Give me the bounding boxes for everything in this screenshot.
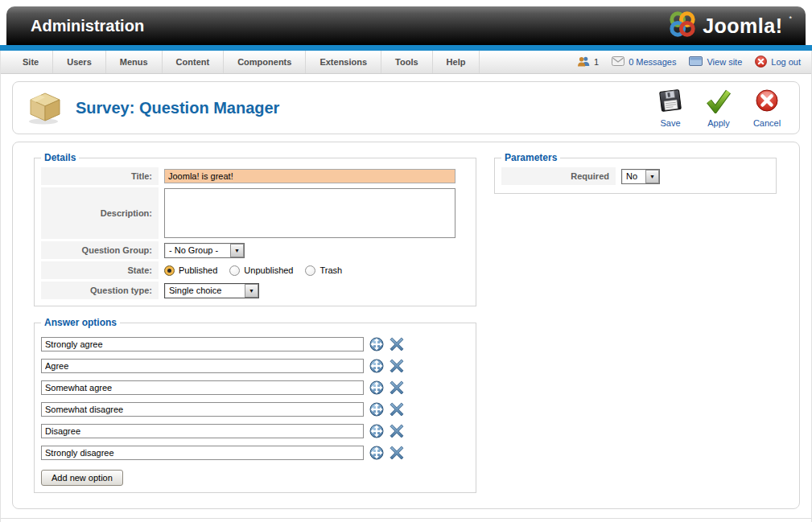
description-textarea[interactable] bbox=[164, 188, 455, 238]
question-type-label: Question type: bbox=[41, 282, 159, 299]
answer-row bbox=[41, 402, 469, 417]
log-out-label: Log out bbox=[771, 57, 801, 67]
apply-icon bbox=[706, 88, 732, 117]
menu-item-users[interactable]: Users bbox=[53, 51, 106, 73]
chevron-down-icon bbox=[645, 170, 659, 183]
menu-item-extensions[interactable]: Extensions bbox=[306, 51, 381, 73]
move-icon[interactable] bbox=[369, 424, 384, 438]
logout-icon bbox=[755, 55, 767, 69]
cancel-button[interactable]: Cancel bbox=[748, 88, 786, 128]
joomla-logo-trademark: * bbox=[789, 14, 792, 23]
menu-item-site[interactable]: Site bbox=[9, 51, 53, 73]
state-option-published[interactable]: Published bbox=[164, 265, 217, 276]
answer-option-input[interactable] bbox=[41, 402, 364, 417]
move-icon[interactable] bbox=[369, 402, 384, 417]
question-group-select[interactable]: - No Group - bbox=[164, 243, 245, 258]
radio-trash[interactable] bbox=[305, 265, 315, 276]
required-label: Required bbox=[501, 167, 616, 185]
answer-row bbox=[41, 359, 469, 373]
parameters-legend: Parameters bbox=[501, 152, 560, 163]
state-option-trash[interactable]: Trash bbox=[305, 265, 342, 276]
delete-icon[interactable] bbox=[390, 402, 404, 417]
view-site-link[interactable]: View site bbox=[689, 56, 742, 68]
question-group-value: - No Group - bbox=[165, 244, 230, 257]
menu-item-menus[interactable]: Menus bbox=[106, 51, 163, 73]
required-row: Required No bbox=[501, 167, 769, 185]
joomla-admin-app: Administration Joomla! * Site Users Menu… bbox=[0, 6, 812, 522]
menu-item-content[interactable]: Content bbox=[163, 51, 225, 73]
question-type-value: Single choice bbox=[165, 284, 245, 298]
cancel-label: Cancel bbox=[753, 118, 781, 128]
log-out-link[interactable]: Log out bbox=[755, 55, 801, 69]
description-row: Description: bbox=[41, 187, 469, 239]
title-label: Title: bbox=[41, 167, 159, 185]
menu-item-components[interactable]: Components bbox=[224, 51, 306, 73]
joomla-logo: Joomla! * bbox=[668, 10, 791, 42]
save-button[interactable]: Save bbox=[651, 88, 690, 128]
apply-button[interactable]: Apply bbox=[699, 88, 738, 128]
move-icon[interactable] bbox=[369, 380, 384, 395]
radio-published[interactable] bbox=[164, 265, 175, 276]
box-icon bbox=[26, 87, 64, 129]
answer-row bbox=[41, 446, 469, 460]
move-icon[interactable] bbox=[369, 337, 384, 351]
toolbar: Save Apply bbox=[651, 88, 789, 128]
save-icon bbox=[657, 88, 683, 117]
answer-option-input[interactable] bbox=[41, 359, 364, 373]
page-frame: Site Users Menus Content Components Exte… bbox=[0, 51, 812, 522]
menu-item-tools[interactable]: Tools bbox=[381, 51, 433, 73]
question-type-select[interactable]: Single choice bbox=[164, 283, 259, 298]
answer-row bbox=[41, 337, 469, 351]
radio-published-label: Published bbox=[179, 265, 217, 275]
radio-unpublished-label: Unpublished bbox=[244, 265, 293, 275]
apply-label: Apply bbox=[707, 118, 730, 128]
answer-row bbox=[41, 424, 469, 438]
window-icon bbox=[689, 56, 703, 68]
question-group-label: Question Group: bbox=[41, 241, 159, 259]
page-header-box: Survey: Question Manager bbox=[12, 81, 800, 134]
logged-in-count: 1 bbox=[594, 57, 599, 67]
menubar: Site Users Menus Content Components Exte… bbox=[1, 51, 811, 74]
title-row: Title: bbox=[41, 167, 469, 185]
users-icon bbox=[577, 55, 590, 68]
required-value: No bbox=[622, 170, 645, 183]
question-type-row: Question type: Single choice bbox=[41, 282, 469, 299]
title-input[interactable] bbox=[164, 169, 455, 183]
delete-icon[interactable] bbox=[390, 359, 404, 373]
answer-option-input[interactable] bbox=[41, 446, 364, 460]
answer-option-input[interactable] bbox=[41, 380, 364, 395]
messages-label: 0 Messages bbox=[629, 57, 676, 67]
mail-icon bbox=[612, 56, 624, 68]
add-new-option-button[interactable]: Add new option bbox=[41, 470, 123, 486]
state-option-unpublished[interactable]: Unpublished bbox=[229, 265, 293, 276]
app-title: Administration bbox=[31, 17, 144, 35]
answer-row bbox=[41, 380, 469, 395]
required-select[interactable]: No bbox=[621, 169, 660, 184]
answer-option-input[interactable] bbox=[41, 424, 364, 438]
chevron-down-icon bbox=[230, 244, 244, 257]
move-icon[interactable] bbox=[369, 446, 384, 460]
details-fieldset: Details Title: Description: bbox=[34, 152, 476, 306]
delete-icon[interactable] bbox=[390, 424, 404, 438]
logged-in-users[interactable]: 1 bbox=[577, 55, 599, 68]
parameters-fieldset: Parameters Required No bbox=[494, 152, 777, 194]
move-icon[interactable] bbox=[369, 359, 384, 373]
chevron-down-icon bbox=[245, 284, 258, 298]
page-title: Survey: Question Manager bbox=[76, 99, 279, 117]
save-label: Save bbox=[660, 118, 680, 128]
delete-icon[interactable] bbox=[390, 380, 404, 395]
admin-header: Administration Joomla! * bbox=[6, 6, 806, 45]
statusbar: 1 0 Messages bbox=[564, 51, 811, 73]
answer-option-input[interactable] bbox=[41, 337, 364, 351]
radio-trash-label: Trash bbox=[319, 265, 342, 275]
description-label: Description: bbox=[41, 187, 159, 239]
menu-item-help[interactable]: Help bbox=[433, 51, 480, 73]
state-row: State: Published Unpublished bbox=[41, 261, 469, 279]
messages-link[interactable]: 0 Messages bbox=[612, 56, 676, 68]
joomla-logo-icon bbox=[668, 10, 697, 42]
answer-options-fieldset: Answer options bbox=[34, 317, 476, 493]
delete-icon[interactable] bbox=[390, 446, 404, 460]
radio-unpublished[interactable] bbox=[229, 265, 240, 276]
delete-icon[interactable] bbox=[390, 337, 404, 351]
main-menu: Site Users Menus Content Components Exte… bbox=[1, 51, 480, 73]
